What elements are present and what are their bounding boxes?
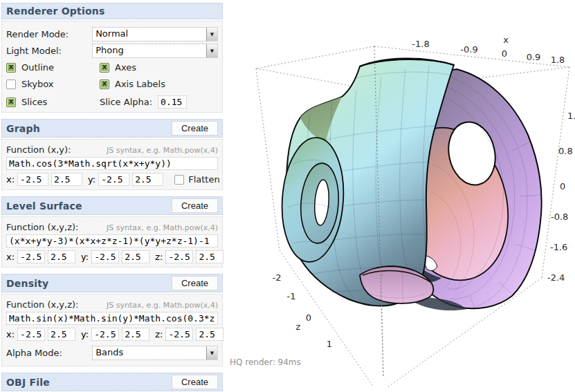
graph-x-max-input[interactable] bbox=[51, 173, 82, 186]
level-y-label: y: bbox=[81, 252, 89, 262]
level-surface-function-label: Function (x,y,z): bbox=[6, 222, 78, 232]
graph-body: Function (x,y): JS syntax, e.g. Math.pow… bbox=[1, 139, 223, 190]
slices-label: Slices bbox=[21, 97, 47, 107]
chevron-down-icon[interactable]: ▼ bbox=[206, 346, 217, 360]
graph-function-label: Function (x,y): bbox=[6, 144, 71, 155]
svg-text:-2: -2 bbox=[273, 272, 282, 283]
render-status: HQ render: 94ms bbox=[230, 357, 301, 367]
density-x-min-input[interactable] bbox=[17, 328, 45, 341]
light-model-value: Phong bbox=[93, 44, 206, 57]
axis-labels-label: Axis Labels bbox=[115, 79, 165, 89]
slice-alpha-input[interactable] bbox=[158, 95, 187, 109]
slices-checkbox[interactable] bbox=[6, 97, 16, 107]
graph-title: Graph bbox=[6, 123, 40, 134]
density-title: Density bbox=[6, 278, 48, 289]
render-mode-label: Render Mode: bbox=[6, 29, 92, 39]
skybox-label: Skybox bbox=[21, 79, 54, 89]
render-mode-value: Normal bbox=[93, 28, 206, 41]
density-x-label: x: bbox=[6, 329, 15, 339]
svg-text:0: 0 bbox=[560, 181, 565, 192]
level-x-max-input[interactable] bbox=[48, 250, 75, 263]
density-function-label: Function (x,y,z): bbox=[6, 299, 78, 310]
level-surface-syntax-hint: JS syntax, e.g. Math.pow(x,4) bbox=[107, 223, 218, 232]
svg-text:0: 0 bbox=[502, 48, 507, 59]
sidebar: Renderer Options Render Mode: Normal ▼ L… bbox=[0, 0, 224, 392]
x-axis-title: x bbox=[503, 35, 509, 45]
section-graph: Graph Create Function (x,y): JS syntax, … bbox=[1, 119, 223, 190]
y-axis-labels: 1.6 0.8 0 -0.8 -1.6 -2.4 bbox=[547, 111, 575, 283]
axes-checkbox[interactable] bbox=[100, 63, 109, 73]
3d-viewport[interactable]: -1.8 -0.9 0 0.9 1.8 x 1.6 0.8 0 -0.8 -1.… bbox=[228, 0, 575, 392]
section-level-surface: Level Surface Create Function (x,y,z): J… bbox=[1, 196, 223, 268]
density-header: Density Create bbox=[1, 274, 223, 292]
section-density: Density Create Function (x,y,z): JS synt… bbox=[1, 274, 223, 366]
renderer-options-title: Renderer Options bbox=[6, 6, 104, 17]
z-axis-title: z bbox=[296, 321, 301, 332]
density-z-min-input[interactable] bbox=[165, 328, 193, 341]
graph-y-label: y: bbox=[88, 174, 95, 185]
svg-text:-2.4: -2.4 bbox=[547, 272, 565, 283]
density-y-max-input[interactable] bbox=[122, 328, 149, 341]
density-syntax-hint: JS syntax, e.g. Math.pow(x,4) bbox=[107, 301, 218, 310]
render-mode-select[interactable]: Normal ▼ bbox=[92, 27, 218, 41]
svg-text:0: 0 bbox=[306, 312, 311, 323]
level-surface-render: -1.8 -0.9 0 0.9 1.8 x 1.6 0.8 0 -0.8 -1.… bbox=[228, 0, 575, 392]
section-renderer-options: Renderer Options Render Mode: Normal ▼ L… bbox=[1, 3, 223, 113]
alpha-mode-select[interactable]: Bands ▼ bbox=[92, 346, 218, 360]
density-y-label: y: bbox=[81, 329, 89, 339]
renderer-options-body: Render Mode: Normal ▼ Light Model: Phong… bbox=[1, 21, 223, 113]
level-x-min-input[interactable] bbox=[17, 250, 45, 263]
level-x-label: x: bbox=[6, 252, 15, 262]
density-body: Function (x,y,z): JS syntax, e.g. Math.p… bbox=[1, 294, 223, 366]
svg-text:-1: -1 bbox=[287, 291, 296, 301]
svg-text:-1.8: -1.8 bbox=[412, 39, 429, 49]
level-y-max-input[interactable] bbox=[122, 250, 149, 263]
svg-text:0.9: 0.9 bbox=[527, 52, 541, 62]
level-z-max-input[interactable] bbox=[196, 250, 223, 263]
flatten-label: Flatten bbox=[188, 174, 220, 185]
svg-text:1: 1 bbox=[327, 339, 332, 349]
outline-label: Outline bbox=[21, 62, 54, 73]
alpha-mode-value: Bands bbox=[93, 346, 206, 360]
level-z-min-input[interactable] bbox=[165, 250, 193, 263]
density-y-min-input[interactable] bbox=[91, 328, 119, 341]
axis-labels-checkbox[interactable] bbox=[100, 80, 109, 89]
light-model-select[interactable]: Phong ▼ bbox=[92, 44, 218, 58]
graph-function-input[interactable] bbox=[6, 157, 218, 170]
svg-text:-0.9: -0.9 bbox=[460, 44, 477, 55]
section-obj-file: OBJ File Create # 3ds Max Wavefront OBJ … bbox=[1, 373, 223, 392]
axes-label: Axes bbox=[115, 62, 136, 73]
skybox-checkbox[interactable] bbox=[6, 80, 16, 89]
obj-file-header: OBJ File Create bbox=[1, 373, 223, 391]
level-surface-header: Level Surface Create bbox=[1, 196, 223, 215]
level-surface-create-button[interactable]: Create bbox=[172, 198, 218, 213]
density-x-max-input[interactable] bbox=[48, 328, 75, 341]
svg-text:1.8: 1.8 bbox=[551, 55, 565, 65]
level-y-min-input[interactable] bbox=[91, 250, 119, 263]
level-surface-body: Function (x,y,z): JS syntax, e.g. Math.p… bbox=[1, 216, 223, 268]
level-surface-title: Level Surface bbox=[6, 200, 82, 212]
light-model-label: Light Model: bbox=[6, 46, 92, 56]
graph-y-min-input[interactable] bbox=[98, 173, 129, 186]
chevron-down-icon[interactable]: ▼ bbox=[206, 28, 217, 41]
density-create-button[interactable]: Create bbox=[172, 276, 218, 290]
flatten-checkbox[interactable] bbox=[174, 175, 184, 185]
graph-syntax-hint: JS syntax, e.g. Math.pow(x,4) bbox=[107, 146, 218, 155]
obj-file-title: OBJ File bbox=[6, 377, 50, 388]
density-z-max-input[interactable] bbox=[196, 328, 223, 341]
svg-text:-1.6: -1.6 bbox=[550, 242, 567, 252]
level-z-label: z: bbox=[155, 252, 163, 262]
outline-checkbox[interactable] bbox=[6, 63, 16, 73]
renderer-options-header: Renderer Options bbox=[1, 3, 223, 19]
graph-x-label: x: bbox=[6, 174, 15, 185]
alpha-mode-label: Alpha Mode: bbox=[6, 348, 92, 358]
density-function-input[interactable] bbox=[6, 312, 218, 325]
graph-create-button[interactable]: Create bbox=[172, 121, 218, 136]
obj-file-create-button[interactable]: Create bbox=[172, 375, 218, 389]
graph-x-min-input[interactable] bbox=[17, 173, 48, 186]
svg-text:-0.8: -0.8 bbox=[551, 212, 568, 222]
graph-y-max-input[interactable] bbox=[132, 173, 163, 186]
svg-text:1.6: 1.6 bbox=[567, 111, 575, 121]
level-surface-function-input[interactable] bbox=[6, 234, 218, 248]
chevron-down-icon[interactable]: ▼ bbox=[206, 44, 217, 57]
